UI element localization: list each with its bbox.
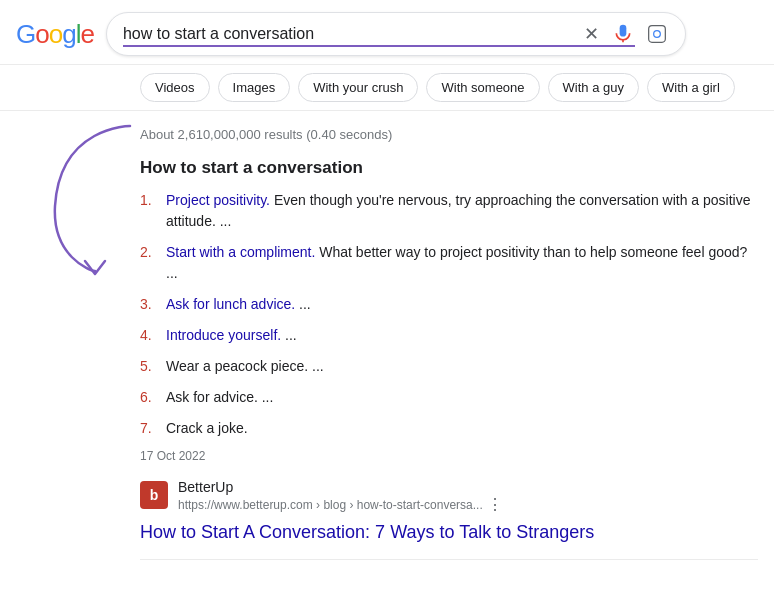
list-text: Start with a compliment. What better way… [166, 242, 758, 284]
list-link[interactable]: Project positivity. [166, 192, 270, 208]
list-link[interactable]: Introduce yourself. [166, 327, 281, 343]
svg-point-1 [654, 31, 661, 38]
list-number: 7. [140, 418, 160, 439]
result-date: 17 Oct 2022 [140, 449, 758, 463]
list-text: Crack a joke. [166, 418, 248, 439]
source-favicon: b [140, 481, 168, 509]
tab-videos[interactable]: Videos [140, 73, 210, 102]
list-item: 2. Start with a compliment. What better … [140, 242, 758, 284]
source-url-text: https://www.betterup.com › blog › how-to… [178, 498, 483, 512]
main-content: About 2,610,000,000 results (0.40 second… [0, 111, 774, 576]
list-text: Introduce yourself. ... [166, 325, 297, 346]
tab-with-guy[interactable]: With a guy [548, 73, 639, 102]
search-input[interactable] [123, 25, 574, 43]
list-item: 4. Introduce yourself. ... [140, 325, 758, 346]
featured-snippet-title: How to start a conversation [140, 158, 758, 178]
list-number: 3. [140, 294, 160, 315]
results-count: About 2,610,000,000 results (0.40 second… [140, 127, 758, 142]
source-card: b BetterUp https://www.betterup.com › bl… [140, 479, 758, 514]
list-item: 1. Project positivity. Even though you'r… [140, 190, 758, 232]
arrow-container [30, 111, 150, 271]
source-name: BetterUp [178, 479, 758, 495]
arrow-icon [40, 116, 150, 276]
search-bar: ✕ [106, 12, 686, 56]
list-link[interactable]: Start with a compliment. [166, 244, 315, 260]
source-url: https://www.betterup.com › blog › how-to… [178, 495, 758, 514]
clear-icon[interactable]: ✕ [582, 21, 601, 47]
google-logo: Google [16, 19, 94, 50]
list-item: 5. Wear a peacock piece. ... [140, 356, 758, 377]
source-info: BetterUp https://www.betterup.com › blog… [178, 479, 758, 514]
tab-with-someone[interactable]: With someone [426, 73, 539, 102]
tab-with-crush[interactable]: With your crush [298, 73, 418, 102]
list-item: 3. Ask for lunch advice. ... [140, 294, 758, 315]
svg-rect-0 [649, 26, 666, 43]
list-number: 5. [140, 356, 160, 377]
list-text: Ask for advice. ... [166, 387, 273, 408]
google-lens-icon[interactable] [645, 22, 669, 46]
list-item: 7. Crack a joke. [140, 418, 758, 439]
featured-list: 1. Project positivity. Even though you'r… [140, 190, 758, 439]
list-number: 4. [140, 325, 160, 346]
result-divider [140, 559, 758, 560]
list-number: 6. [140, 387, 160, 408]
more-options-icon[interactable]: ⋮ [487, 495, 503, 514]
filter-tabs: Videos Images With your crush With someo… [0, 65, 774, 111]
tab-images[interactable]: Images [218, 73, 291, 102]
list-text: Wear a peacock piece. ... [166, 356, 324, 377]
list-text: Ask for lunch advice. ... [166, 294, 311, 315]
header: Google ✕ [0, 0, 774, 65]
voice-search-icon[interactable] [611, 22, 635, 46]
results-content: About 2,610,000,000 results (0.40 second… [140, 127, 758, 560]
list-link[interactable]: Ask for lunch advice. [166, 296, 295, 312]
result-title-link[interactable]: How to Start A Conversation: 7 Ways to T… [140, 522, 758, 543]
tab-with-girl[interactable]: With a girl [647, 73, 735, 102]
list-text: Project positivity. Even though you're n… [166, 190, 758, 232]
search-icons: ✕ [582, 21, 669, 47]
search-underline [123, 45, 635, 47]
list-item: 6. Ask for advice. ... [140, 387, 758, 408]
